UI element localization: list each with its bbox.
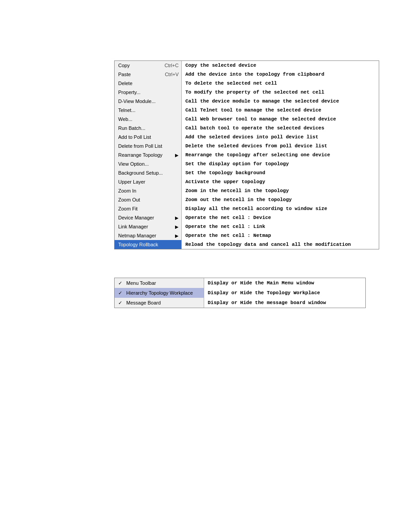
context-menu-item-4[interactable]: D-View Module... <box>115 97 181 106</box>
menu-item-label: Topology Rollback <box>118 242 158 247</box>
context-menu: CopyCtrl+CPasteCtrl+VDeleteProperty...D-… <box>114 60 379 249</box>
menu-item-label: Add to Poll List <box>118 134 151 140</box>
context-menu-item-0[interactable]: CopyCtrl+C <box>115 61 181 70</box>
context-menu-item-15[interactable]: Zoom Out <box>115 195 181 204</box>
menu-item-label: Rearrange Topology <box>118 152 163 158</box>
menu-item-label: Paste <box>118 72 131 77</box>
menu-item-label: Zoom Fit <box>118 206 137 211</box>
context-menu-description-9: Delete the seleted devices from poll dev… <box>182 142 379 150</box>
context-menu-item-9[interactable]: Delete from Poll List <box>115 142 181 150</box>
context-menu-item-5[interactable]: Telnet... <box>115 106 181 115</box>
context-menu-item-11[interactable]: View Option... <box>115 159 181 168</box>
menu-item-label: View Option... <box>118 161 149 167</box>
menu-item-label: Background Setup... <box>118 170 163 176</box>
context-menu-description-13: Activate the upper topology <box>182 177 379 186</box>
context-menu-description-14: Zoom in the netcell in the topology <box>182 186 379 195</box>
context-menu-item-16[interactable]: Zoom Fit <box>115 204 181 213</box>
menu-item-label: Upper Layer <box>118 179 146 184</box>
context-menu-description-20: Reload the topology data and cancel all … <box>182 240 379 249</box>
menu-item-shortcut: Ctrl+V <box>156 72 179 77</box>
context-menu-description-2: To delete the selected net cell <box>182 79 379 88</box>
menu-item-label: Telnet... <box>118 107 136 113</box>
context-menu-item-6[interactable]: Web... <box>115 115 181 124</box>
context-menu-item-8[interactable]: Add to Poll List <box>115 133 181 142</box>
context-menu-description-11: Set the display option for topology <box>182 159 379 168</box>
context-menu-item-13[interactable]: Upper Layer <box>115 177 181 186</box>
context-menu-item-20[interactable]: Topology Rollback <box>115 240 181 249</box>
checkmark-icon: ✓ <box>118 290 124 296</box>
view-menu-items: ✓Menu Toolbar✓Hierarchy Topology Workpla… <box>115 278 204 308</box>
context-menu-items: CopyCtrl+CPasteCtrl+VDeleteProperty...D-… <box>115 61 182 249</box>
context-menu-item-17[interactable]: Device Manager▶ <box>115 213 181 222</box>
menu-item-label: Copy <box>118 63 130 68</box>
checkmark-icon: ✓ <box>118 300 124 306</box>
view-menu-description-1: Display or Hide the Topology Workplace <box>204 288 365 298</box>
context-menu-item-1[interactable]: PasteCtrl+V <box>115 70 181 79</box>
context-menu-description-12: Set the topology background <box>182 168 379 177</box>
context-menu-item-10[interactable]: Rearrange Topology▶ <box>115 150 181 159</box>
menu-item-label: Zoom Out <box>118 197 140 202</box>
context-menu-description-7: Call batch tool to operate the selected … <box>182 124 379 133</box>
view-menu-item-2[interactable]: ✓Message Board <box>115 298 204 308</box>
view-menu-item-0[interactable]: ✓Menu Toolbar <box>115 278 204 288</box>
view-menu-description-2: Display or Hide the message board window <box>204 298 365 308</box>
view-menu-description-0: Display or Hide the Main Menu window <box>204 278 365 288</box>
context-menu-description-17: Operate the net cell : Device <box>182 213 379 222</box>
submenu-arrow-icon: ▶ <box>175 153 179 158</box>
menu-item-label: Delete <box>118 81 133 86</box>
context-menu-item-7[interactable]: Run Batch... <box>115 124 181 133</box>
checkmark-icon: ✓ <box>118 280 124 286</box>
menu-item-label: Device Manager <box>118 215 154 220</box>
submenu-arrow-icon: ▶ <box>175 215 179 220</box>
context-menu-item-19[interactable]: Netmap Manager▶ <box>115 231 181 240</box>
menu-item-label: Web... <box>118 116 133 122</box>
context-menu-description-16: Display all the netcell according to win… <box>182 204 379 213</box>
submenu-arrow-icon: ▶ <box>175 233 179 238</box>
menu-item-label: Run Batch... <box>118 125 146 131</box>
context-menu-item-18[interactable]: Link Manager▶ <box>115 222 181 231</box>
view-menu-descriptions: Display or Hide the Main Menu windowDisp… <box>204 278 365 308</box>
context-menu-description-3: To modify the property of the selected n… <box>182 88 379 97</box>
context-menu-item-12[interactable]: Background Setup... <box>115 168 181 177</box>
view-menu-item-1[interactable]: ✓Hierarchy Topology Workplace <box>115 288 204 298</box>
context-menu-description-18: Operate the net cell : Link <box>182 222 379 231</box>
view-menu-item-label: Hierarchy Topology Workplace <box>126 290 193 296</box>
view-menu-item-label: Message Board <box>126 300 161 305</box>
context-menu-description-10: Rearrange the topology after selecting o… <box>182 150 379 159</box>
context-menu-item-2[interactable]: Delete <box>115 79 181 88</box>
menu-item-label: Property... <box>118 90 141 95</box>
menu-item-label: Link Manager <box>118 224 148 229</box>
context-menu-descriptions: Copy the selected deviceAdd the device i… <box>182 61 379 249</box>
context-menu-description-15: Zoom out the netcell in the topology <box>182 195 379 204</box>
context-menu-description-0: Copy the selected device <box>182 61 379 70</box>
view-menu: ✓Menu Toolbar✓Hierarchy Topology Workpla… <box>114 278 366 308</box>
view-menu-item-label: Menu Toolbar <box>126 280 156 286</box>
context-menu-description-19: Operate the net cell : Netmap <box>182 231 379 240</box>
menu-item-label: Delete from Poll List <box>118 143 162 149</box>
context-menu-description-6: Call Web browser tool to manage the sele… <box>182 115 379 124</box>
menu-item-label: Netmap Manager <box>118 233 156 238</box>
context-menu-description-5: Call Telnet tool to manage the selected … <box>182 106 379 115</box>
menu-item-shortcut: Ctrl+C <box>156 63 179 68</box>
context-menu-item-3[interactable]: Property... <box>115 88 181 97</box>
context-menu-description-4: Call the device module to manage the sel… <box>182 97 379 106</box>
context-menu-description-1: Add the device into the topology from cl… <box>182 70 379 79</box>
context-menu-item-14[interactable]: Zoom In <box>115 186 181 195</box>
menu-item-label: D-View Module... <box>118 99 156 104</box>
menu-item-label: Zoom In <box>118 188 136 193</box>
context-menu-description-8: Add the seleted devices into poll device… <box>182 133 379 142</box>
submenu-arrow-icon: ▶ <box>175 224 179 229</box>
